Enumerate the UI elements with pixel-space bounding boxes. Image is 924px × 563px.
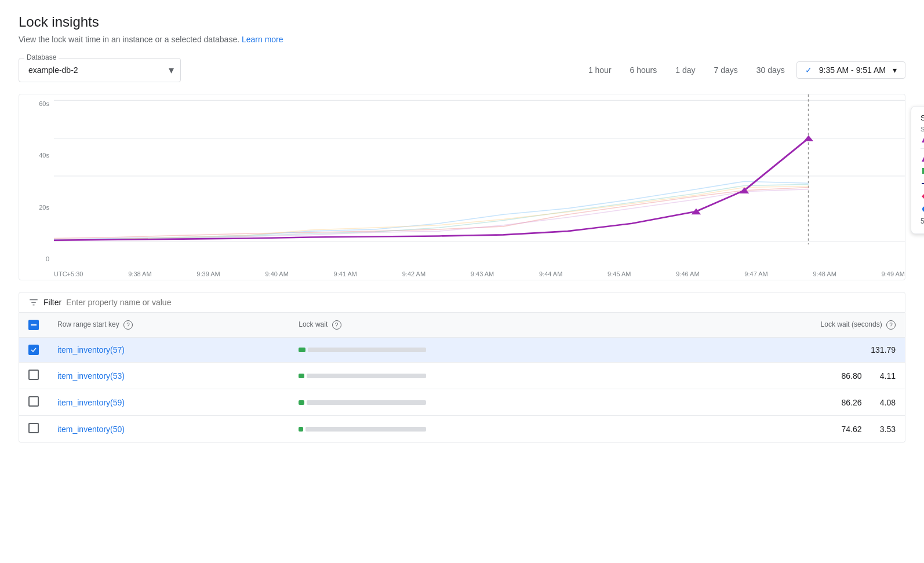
row-4-checkbox[interactable] xyxy=(28,423,39,433)
row-4-checkbox-cell xyxy=(19,416,48,443)
database-select[interactable]: example-db-2 example-db-1 example-db-3 xyxy=(19,58,181,82)
row-4-seconds: 74.62 3.53 xyxy=(664,416,905,443)
filter-icon xyxy=(28,297,39,308)
legend-item-2: item_inventory(59) 17.27s xyxy=(921,179,924,188)
x-label-11: 9:48 AM xyxy=(813,270,836,277)
x-label-0: UTC+5:30 xyxy=(54,270,83,277)
x-label-9: 9:46 AM xyxy=(676,270,699,277)
row-2-bar xyxy=(299,374,426,378)
x-label-2: 9:39 AM xyxy=(197,270,220,277)
svg-marker-9 xyxy=(922,155,924,162)
chart-plot-area[interactable]: UTC+5:30 9:38 AM 9:39 AM 9:40 AM 9:41 AM… xyxy=(54,94,905,280)
row-3-checkbox[interactable] xyxy=(28,396,39,407)
database-label: Database xyxy=(24,53,59,61)
lock-insights-table: Row range start key ? Lock wait ? Lock w… xyxy=(19,313,905,442)
row-1-link[interactable]: item_inventory(57) xyxy=(57,345,125,354)
chart-svg xyxy=(54,94,905,262)
tooltip-legend-list: item_inventory(57) 42.04s order_item(81,… xyxy=(921,153,924,226)
table-wrapper: Row range start key ? Lock wait ? Lock w… xyxy=(19,313,905,443)
table-row: item_inventory(57) 131.79 xyxy=(19,338,905,363)
svg-marker-8 xyxy=(922,137,924,142)
row-4-lockwait xyxy=(289,416,664,443)
x-label-7: 9:44 AM xyxy=(539,270,562,277)
page-subtitle: View the lock wait time in an instance o… xyxy=(19,35,905,44)
row-4-link[interactable]: item_inventory(50) xyxy=(57,425,125,434)
y-label-60: 60s xyxy=(19,100,49,107)
custom-time-range-picker[interactable]: ✓ 9:35 AM - 9:51 AM ▾ xyxy=(796,61,905,79)
x-label-8: 9:45 AM xyxy=(607,270,631,277)
legend-icon-4 xyxy=(921,204,924,214)
row-3-bar-fill xyxy=(299,400,304,405)
chart-tooltip: Sep 29, 2022, 9:49:00 AM SELECTED item_i… xyxy=(911,106,924,234)
row-3-seconds: 86.26 4.08 xyxy=(664,389,905,416)
x-label-1: 9:38 AM xyxy=(128,270,151,277)
row-4-bar-empty xyxy=(305,427,426,432)
row-2-bar-empty xyxy=(307,374,426,378)
row-4-name: item_inventory(50) xyxy=(48,416,289,443)
time-btn-30days[interactable]: 30 days xyxy=(750,62,792,78)
custom-range-label: 9:35 AM - 9:51 AM xyxy=(819,65,886,75)
chart-y-axis: 60s 40s 20s 0 xyxy=(19,94,54,280)
dropdown-arrow-icon: ▾ xyxy=(893,65,897,75)
tooltip-divider xyxy=(921,148,924,149)
y-label-0: 0 xyxy=(19,255,49,262)
row-2-lockwait xyxy=(289,363,664,389)
time-btn-1day[interactable]: 1 day xyxy=(668,62,702,78)
svg-rect-12 xyxy=(922,183,924,184)
time-btn-6hours[interactable]: 6 hours xyxy=(623,62,664,78)
row-2-checkbox[interactable] xyxy=(28,370,39,380)
table-row: item_inventory(53) 86.80 4.11 xyxy=(19,363,905,389)
header-lock-wait-seconds: Lock wait (seconds) ? xyxy=(664,313,905,338)
x-label-5: 9:42 AM xyxy=(402,270,425,277)
filter-label: Filter xyxy=(43,298,61,307)
legend-icon-3 xyxy=(921,192,924,201)
row-3-checkbox-cell xyxy=(19,389,48,416)
header-checkbox[interactable] xyxy=(28,320,39,330)
filter-input[interactable] xyxy=(66,298,896,307)
row-1-seconds: 131.79 xyxy=(664,338,905,363)
time-btn-1hour[interactable]: 1 hour xyxy=(581,62,619,78)
svg-rect-18 xyxy=(31,324,37,326)
header-help-2[interactable]: ? xyxy=(886,320,896,330)
check-icon: ✓ xyxy=(805,65,812,75)
row-3-lockwait xyxy=(289,389,664,416)
row-4-bar-fill xyxy=(299,427,303,432)
legend-item-1: order_item(81,8) 22.82s xyxy=(921,166,924,176)
legend-below: 5 below ? xyxy=(921,217,924,226)
row-3-bar xyxy=(299,400,426,405)
legend-item-0: item_inventory(57) 42.04s xyxy=(921,153,924,163)
chart-area: 60s 40s 20s 0 xyxy=(19,94,905,280)
row-3-link[interactable]: item_inventory(59) xyxy=(57,398,125,407)
x-label-12: 9:49 AM xyxy=(882,270,905,277)
y-label-20: 20s xyxy=(19,204,49,211)
chart-x-axis: UTC+5:30 9:38 AM 9:39 AM 9:40 AM 9:41 AM… xyxy=(54,268,905,280)
table-row: item_inventory(59) 86.26 4.08 xyxy=(19,389,905,416)
page-title: Lock insights xyxy=(19,14,905,30)
controls-row: Database example-db-2 example-db-1 examp… xyxy=(19,58,905,82)
learn-more-link[interactable]: Learn more xyxy=(242,35,283,44)
header-row-range: Row range start key ? xyxy=(48,313,289,338)
row-2-link[interactable]: item_inventory(53) xyxy=(57,371,125,381)
header-help-0[interactable]: ? xyxy=(123,320,133,330)
x-label-10: 9:47 AM xyxy=(744,270,767,277)
legend-icon-1 xyxy=(921,166,924,176)
time-btn-7days[interactable]: 7 days xyxy=(707,62,745,78)
row-1-bar-empty xyxy=(308,348,426,352)
svg-marker-13 xyxy=(922,193,924,200)
legend-item-3: item_inventory(53) 9.9s xyxy=(921,192,924,201)
row-1-lockwait xyxy=(289,338,664,363)
header-help-1[interactable]: ? xyxy=(332,320,341,330)
row-1-name: item_inventory(57) xyxy=(48,338,289,363)
row-2-seconds: 86.80 4.11 xyxy=(664,363,905,389)
tooltip-selected-icon xyxy=(921,136,924,144)
legend-icon-0 xyxy=(921,153,924,163)
row-1-checkbox[interactable] xyxy=(28,345,39,355)
header-lock-wait: Lock wait ? xyxy=(289,313,664,338)
tooltip-selected-item: item_inventory(57) 42.04s xyxy=(921,135,924,144)
x-label-6: 9:43 AM xyxy=(471,270,494,277)
time-range-controls: 1 hour 6 hours 1 day 7 days 30 days ✓ 9:… xyxy=(581,61,905,79)
row-2-bar-fill xyxy=(299,374,304,378)
table-header-row: Row range start key ? Lock wait ? Lock w… xyxy=(19,313,905,338)
table-row: item_inventory(50) 74.62 3.53 xyxy=(19,416,905,443)
legend-icon-2 xyxy=(921,179,924,188)
